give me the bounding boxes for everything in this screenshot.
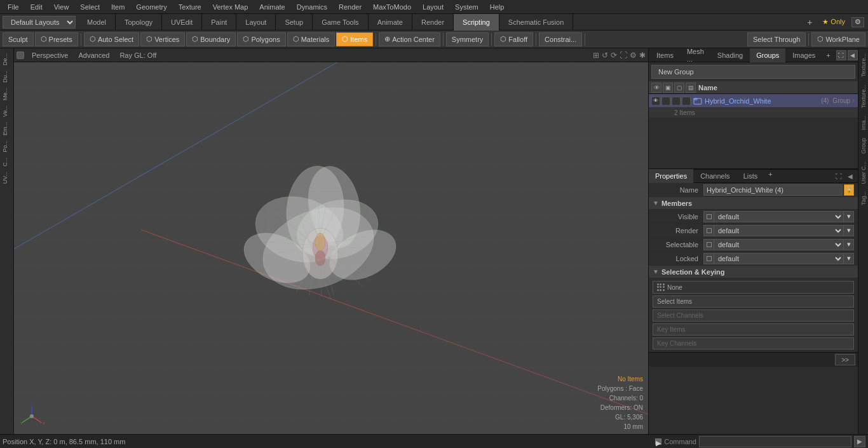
viewport-advanced[interactable]: Advanced xyxy=(76,50,112,60)
keying-section-header[interactable]: ▼ Selection & Keying xyxy=(649,266,858,278)
expand-right-icon[interactable]: >> xyxy=(835,354,855,365)
props-tab-properties[interactable]: Properties xyxy=(649,169,693,183)
menu-texture[interactable]: Texture xyxy=(173,2,207,12)
props-expand-icon[interactable]: ⛶ xyxy=(834,171,844,181)
settings-icon[interactable]: ⚙ xyxy=(851,17,864,27)
menu-view[interactable]: View xyxy=(49,2,74,12)
menu-file[interactable]: File xyxy=(3,2,24,12)
vertices-button[interactable]: ⬡ Vertices xyxy=(140,32,185,46)
sidebar-item-c[interactable]: C... xyxy=(0,155,13,169)
right-label-userc[interactable]: User C... xyxy=(859,159,868,187)
key-channels-button[interactable]: Key Channels xyxy=(653,337,854,350)
viewport-canvas[interactable]: X Y Z No Items Polygons : Face Channels:… xyxy=(14,62,648,434)
constrain-button[interactable]: Constrai... xyxy=(539,32,582,46)
props-tab-lists[interactable]: Lists xyxy=(737,169,764,183)
menu-help[interactable]: Help xyxy=(485,2,510,12)
visible-dropdown[interactable]: default on off custom xyxy=(714,211,844,222)
sculpt-button[interactable]: Sculpt xyxy=(3,32,34,46)
select-items-button[interactable]: Select Items xyxy=(653,295,854,308)
item-visibility-toggle[interactable]: 👁 xyxy=(651,97,660,105)
right-label-tag[interactable]: Tag... xyxy=(859,189,868,208)
menu-layout[interactable]: Layout xyxy=(417,2,449,12)
command-run-button[interactable]: ▶ xyxy=(854,436,865,447)
list-item[interactable]: 👁 Hybrid_Orchid_White (4) Group + xyxy=(649,94,858,108)
collapse-panel-icon[interactable]: ◀ xyxy=(848,50,858,60)
name-lock-icon[interactable]: 🔒 xyxy=(844,184,854,196)
item-expand-icon[interactable]: + xyxy=(851,97,855,104)
command-expand-icon[interactable]: ▶ xyxy=(655,438,661,445)
right-label-group[interactable]: Group xyxy=(859,135,868,156)
layout-tab-topology[interactable]: Topology xyxy=(116,14,162,31)
polygons-button[interactable]: ⬡ Polygons xyxy=(237,32,285,46)
tab-shading[interactable]: Shading xyxy=(711,48,749,62)
layout-tab-render[interactable]: Render xyxy=(412,14,454,31)
layout-tab-paint[interactable]: Paint xyxy=(202,14,236,31)
right-label-texture1[interactable]: Texture... xyxy=(859,51,868,79)
expand-panel-icon[interactable]: ⛶ xyxy=(836,50,846,60)
visible-dropdown-arrow[interactable]: ▾ xyxy=(844,211,854,222)
viewport-toggle[interactable] xyxy=(17,51,24,59)
add-tab-button[interactable]: + xyxy=(822,50,834,60)
sidebar-item-uv[interactable]: UV... xyxy=(0,169,13,186)
menu-animate[interactable]: Animate xyxy=(254,2,290,12)
none-button[interactable]: None xyxy=(653,281,854,294)
boundary-button[interactable]: ⬡ Boundary xyxy=(186,32,236,46)
auto-select-button[interactable]: ⬡ Auto Select xyxy=(84,32,139,46)
menu-select[interactable]: Select xyxy=(75,2,105,12)
sidebar-item-po[interactable]: Po... xyxy=(0,138,13,155)
menu-geometry[interactable]: Geometry xyxy=(131,2,172,12)
new-group-button[interactable]: New Group xyxy=(651,65,855,79)
select-through-button[interactable]: Select Through xyxy=(747,32,806,46)
list-icon-eye[interactable]: 👁 xyxy=(651,83,661,93)
symmetry-button[interactable]: Symmetry xyxy=(446,32,489,46)
menu-item[interactable]: Item xyxy=(106,2,130,12)
props-tab-channels[interactable]: Channels xyxy=(694,169,736,183)
key-items-button[interactable]: Key Items xyxy=(653,323,854,336)
item-box3[interactable] xyxy=(682,97,691,105)
materials-button[interactable]: ⬡ Materials xyxy=(287,32,336,46)
workplane-button[interactable]: ⬡ WorkPlane xyxy=(811,32,865,46)
layout-tab-setup[interactable]: Setup xyxy=(276,14,313,31)
viewport-icon-rotate[interactable]: ↺ xyxy=(602,51,608,60)
menu-system[interactable]: System xyxy=(450,2,484,12)
viewport-icon-settings[interactable]: ⚙ xyxy=(630,51,637,60)
name-input[interactable] xyxy=(703,184,843,196)
viewport-icon-expand[interactable]: ⛶ xyxy=(620,51,627,60)
viewport-icon-refresh[interactable]: ⟳ xyxy=(611,51,617,60)
selectable-dropdown[interactable]: default on off xyxy=(714,239,844,250)
add-props-tab-button[interactable]: + xyxy=(764,169,776,183)
layout-tab-layout[interactable]: Layout xyxy=(236,14,276,31)
list-icon-box2[interactable]: ▢ xyxy=(674,83,684,93)
tab-images[interactable]: Images xyxy=(786,48,822,62)
sidebar-item-em[interactable]: Em... xyxy=(0,119,13,138)
viewport-raygl[interactable]: Ray GL: Off xyxy=(117,50,159,60)
viewport-perspective[interactable]: Perspective xyxy=(29,50,71,60)
right-label-texture2[interactable]: Texture... xyxy=(859,82,868,111)
presets-button[interactable]: ⬡ Presets xyxy=(35,32,78,46)
command-input[interactable] xyxy=(699,436,851,447)
layout-tab-schematic[interactable]: Schematic Fusion xyxy=(499,14,573,31)
layout-tab-model[interactable]: Model xyxy=(78,14,116,31)
sidebar-item-me[interactable]: Me... xyxy=(0,85,13,103)
layout-tab-scripting[interactable]: Scripting xyxy=(454,14,499,31)
select-channels-button[interactable]: Select Channels xyxy=(653,309,854,322)
locked-dropdown-arrow[interactable]: ▾ xyxy=(844,253,854,264)
viewport-icon-star[interactable]: ✱ xyxy=(639,51,646,60)
render-dropdown[interactable]: default on off xyxy=(714,225,844,236)
menu-edit[interactable]: Edit xyxy=(25,2,48,12)
menu-vertex-map[interactable]: Vertex Map xyxy=(208,2,254,12)
item-box2[interactable] xyxy=(672,97,681,105)
list-icon-box3[interactable]: ▤ xyxy=(686,83,696,93)
selectable-dropdown-arrow[interactable]: ▾ xyxy=(844,239,854,250)
menu-maxtomodo[interactable]: MaxToModo xyxy=(368,2,416,12)
sidebar-item-ve[interactable]: Ve... xyxy=(0,103,13,119)
right-label-ima[interactable]: Ima... xyxy=(859,113,868,133)
list-icon-box1[interactable]: ▣ xyxy=(663,83,673,93)
menu-dynamics[interactable]: Dynamics xyxy=(292,2,332,12)
menu-render[interactable]: Render xyxy=(334,2,367,12)
action-center-button[interactable]: ⊕ Action Center xyxy=(379,32,440,46)
star-only-label[interactable]: ★ Only xyxy=(818,17,849,27)
items-button[interactable]: ⬡ Items xyxy=(336,32,373,46)
locked-dropdown[interactable]: default on off xyxy=(714,253,844,264)
props-collapse-icon[interactable]: ◀ xyxy=(845,171,855,181)
